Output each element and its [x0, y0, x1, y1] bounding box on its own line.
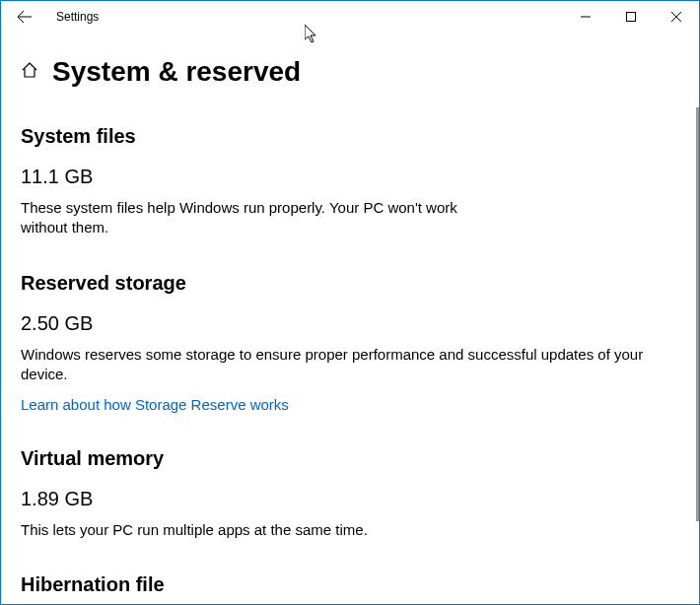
- maximize-button[interactable]: [608, 1, 654, 33]
- page-header: System & reserved: [21, 56, 679, 88]
- section-description: These system files help Windows run prop…: [21, 198, 474, 238]
- section-description: This lets your PC run multiple apps at t…: [21, 520, 679, 540]
- back-arrow-icon: [17, 9, 33, 25]
- close-button[interactable]: [654, 1, 699, 33]
- section-value: 1.89 GB: [21, 488, 679, 510]
- minimize-button[interactable]: [563, 1, 608, 33]
- section-heading: Virtual memory: [21, 447, 679, 470]
- content-area: System & reserved System files 11.1 GB T…: [1, 33, 699, 604]
- section-description: Windows reserves some storage to ensure …: [21, 345, 679, 385]
- section-system-files: System files 11.1 GB These system files …: [21, 125, 679, 238]
- section-value: 11.1 GB: [21, 166, 679, 188]
- section-hibernation-file: Hibernation file: [21, 573, 679, 596]
- section-value: 2.50 GB: [21, 312, 679, 335]
- app-title: Settings: [56, 10, 99, 24]
- section-heading: Reserved storage: [21, 272, 679, 295]
- page-title: System & reserved: [52, 56, 301, 88]
- window-controls: [563, 1, 699, 33]
- section-reserved-storage: Reserved storage 2.50 GB Windows reserve…: [21, 272, 679, 415]
- home-icon[interactable]: [21, 61, 38, 83]
- titlebar: Settings: [1, 1, 699, 33]
- back-button[interactable]: [9, 1, 40, 33]
- section-virtual-memory: Virtual memory 1.89 GB This lets your PC…: [21, 447, 679, 540]
- maximize-icon: [626, 12, 636, 22]
- close-icon: [671, 12, 681, 22]
- minimize-icon: [581, 12, 591, 22]
- svg-rect-1: [627, 13, 636, 22]
- storage-reserve-link[interactable]: Learn about how Storage Reserve works: [21, 396, 289, 413]
- scrollbar[interactable]: [696, 107, 699, 521]
- section-heading: System files: [21, 125, 679, 148]
- section-heading: Hibernation file: [21, 573, 679, 596]
